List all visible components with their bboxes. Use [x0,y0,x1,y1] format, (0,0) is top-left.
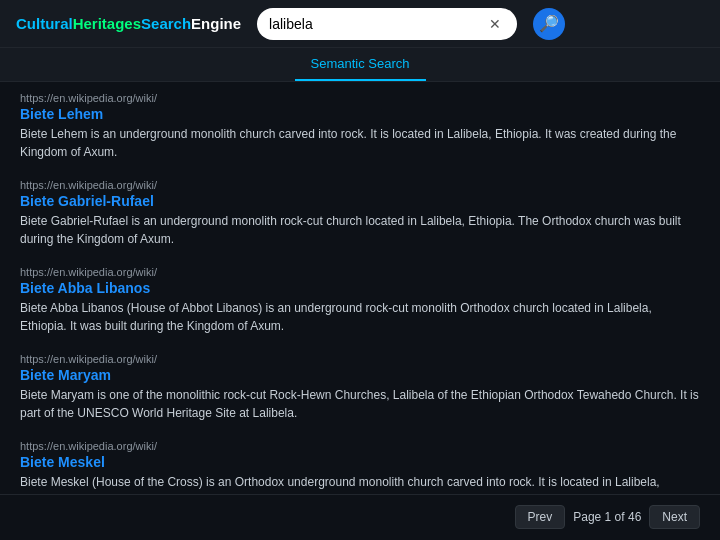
search-bar: ✕ [257,8,517,40]
tabs: Semantic Search [0,48,720,82]
result-snippet: Biete Meskel (House of the Cross) is an … [20,473,700,494]
search-button[interactable]: 🔎 [533,8,565,40]
result-title[interactable]: Biete Lehem [20,106,700,122]
clear-icon[interactable]: ✕ [485,16,505,32]
title-engine: Engine [191,15,241,32]
result-title[interactable]: Biete Meskel [20,454,700,470]
result-snippet: Biete Abba Libanos (House of Abbot Liban… [20,299,700,335]
result-item: https://en.wikipedia.org/wiki/Biete Abba… [20,266,700,335]
next-button[interactable]: Next [649,505,700,529]
result-url: https://en.wikipedia.org/wiki/ [20,179,700,191]
result-title[interactable]: Biete Abba Libanos [20,280,700,296]
result-url: https://en.wikipedia.org/wiki/ [20,92,700,104]
result-item: https://en.wikipedia.org/wiki/Biete Mary… [20,353,700,422]
search-input[interactable] [269,16,485,32]
tab-semantic-search[interactable]: Semantic Search [295,48,426,81]
result-title[interactable]: Biete Gabriel-Rufael [20,193,700,209]
app-title: CulturalHeritagesSearchEngine [16,15,241,32]
result-url: https://en.wikipedia.org/wiki/ [20,353,700,365]
result-snippet: Biete Gabriel-Rufael is an underground m… [20,212,700,248]
pagination: Prev Page 1 of 46 Next [0,494,720,538]
prev-button[interactable]: Prev [515,505,566,529]
search-icon: 🔎 [539,14,559,33]
result-url: https://en.wikipedia.org/wiki/ [20,266,700,278]
title-cultural: Cultural [16,15,73,32]
result-item: https://en.wikipedia.org/wiki/Biete Gabr… [20,179,700,248]
result-url: https://en.wikipedia.org/wiki/ [20,440,700,452]
result-snippet: Biete Maryam is one of the monolithic ro… [20,386,700,422]
page-info: Page 1 of 46 [573,510,641,524]
result-title[interactable]: Biete Maryam [20,367,700,383]
title-heritages: Heritages [73,15,141,32]
title-search: Search [141,15,191,32]
result-item: https://en.wikipedia.org/wiki/Biete Lehe… [20,92,700,161]
results-container: https://en.wikipedia.org/wiki/Biete Lehe… [0,82,720,494]
result-snippet: Biete Lehem is an underground monolith c… [20,125,700,161]
header: CulturalHeritagesSearchEngine ✕ 🔎 [0,0,720,48]
result-item: https://en.wikipedia.org/wiki/Biete Mesk… [20,440,700,494]
